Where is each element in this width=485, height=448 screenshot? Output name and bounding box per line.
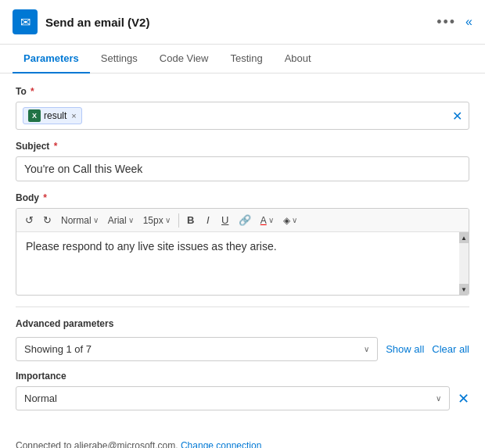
importance-row: Normal ∨ ✕: [16, 386, 469, 410]
showing-dropdown[interactable]: Showing 1 of 7 ∨: [16, 337, 378, 361]
to-label: To *: [16, 86, 469, 97]
to-field: To * X result × ✕: [16, 86, 469, 130]
tab-about[interactable]: About: [274, 45, 322, 73]
link-button[interactable]: 🔗: [235, 212, 255, 228]
bold-button[interactable]: B: [183, 212, 199, 228]
size-chevron-icon: ∨: [165, 216, 171, 224]
body-scrollbar[interactable]: ▲ ▼: [459, 232, 469, 295]
underline-button[interactable]: U: [217, 212, 233, 228]
body-editor: ↺ ↻ Normal ∨ Arial ∨ 15px ∨ B I U 🔗: [16, 208, 469, 296]
redo-button[interactable]: ↻: [39, 212, 56, 228]
highlight-icon: ◈: [283, 215, 290, 226]
to-clear-button[interactable]: ✕: [452, 109, 462, 124]
importance-clear-button[interactable]: ✕: [458, 390, 469, 407]
showing-chevron-icon: ∨: [364, 345, 369, 353]
token-remove-button[interactable]: ×: [71, 111, 76, 120]
section-divider: [16, 306, 469, 307]
header: ✉ Send an email (V2) ••• «: [0, 0, 485, 45]
editor-toolbar: ↺ ↻ Normal ∨ Arial ∨ 15px ∨ B I U 🔗: [16, 209, 469, 232]
highlight-chevron-icon: ∨: [292, 216, 297, 224]
footer: Connected to aljerabe@microsoft.com. Cha…: [0, 432, 485, 448]
tab-parameters[interactable]: Parameters: [13, 45, 90, 73]
more-options-icon[interactable]: •••: [436, 14, 456, 30]
clear-all-button[interactable]: Clear all: [432, 343, 469, 355]
showing-text: Showing 1 of 7: [24, 343, 92, 355]
token-text: result: [44, 110, 66, 121]
body-content[interactable]: Please respond to any live site issues a…: [16, 232, 469, 295]
size-dropdown[interactable]: 15px ∨: [139, 213, 174, 228]
app-icon: ✉: [13, 9, 38, 34]
toolbar-separator-1: [178, 213, 179, 228]
tab-bar: Parameters Settings Code View Testing Ab…: [0, 45, 485, 73]
subject-input[interactable]: [16, 156, 469, 181]
header-title: Send an email (V2): [45, 16, 436, 29]
subject-label: Subject *: [16, 141, 469, 152]
font-chevron-icon: ∨: [128, 216, 134, 224]
importance-dropdown[interactable]: Normal ∨: [16, 386, 450, 410]
advanced-parameters-label: Advanced parameters: [16, 318, 469, 329]
font-color-icon: A: [260, 215, 267, 226]
body-field: Body * ↺ ↻ Normal ∨ Arial ∨ 15px ∨ B: [16, 192, 469, 296]
italic-button[interactable]: I: [200, 212, 216, 228]
font-color-dropdown[interactable]: A ∨: [257, 213, 278, 228]
scroll-up-button[interactable]: ▲: [459, 232, 469, 243]
show-all-button[interactable]: Show all: [386, 343, 424, 355]
tab-code-view[interactable]: Code View: [149, 45, 220, 73]
excel-icon: X: [28, 109, 41, 122]
font-dropdown[interactable]: Arial ∨: [104, 213, 138, 228]
content-area: To * X result × ✕ Subject * Body * ↺: [0, 73, 485, 432]
body-label: Body *: [16, 192, 469, 203]
to-input-container[interactable]: X result × ✕: [16, 102, 469, 130]
connected-text: Connected to aljerabe@microsoft.com.: [16, 440, 178, 448]
scroll-down-button[interactable]: ▼: [459, 284, 469, 295]
to-token: X result ×: [23, 107, 82, 124]
change-connection-link[interactable]: Change connection: [181, 440, 261, 448]
format-chevron-icon: ∨: [93, 216, 99, 224]
importance-chevron-icon: ∨: [436, 394, 441, 403]
collapse-icon[interactable]: «: [465, 15, 472, 29]
advanced-showing-row: Showing 1 of 7 ∨ Show all Clear all: [16, 337, 469, 361]
importance-label: Importance: [16, 371, 469, 382]
subject-field: Subject *: [16, 141, 469, 181]
font-color-chevron-icon: ∨: [268, 216, 274, 224]
undo-button[interactable]: ↺: [21, 212, 38, 228]
importance-field: Importance Normal ∨ ✕: [16, 371, 469, 410]
tab-settings[interactable]: Settings: [90, 45, 149, 73]
importance-value: Normal: [24, 392, 57, 404]
header-actions: ••• «: [436, 14, 472, 30]
highlight-dropdown[interactable]: ◈ ∨: [279, 213, 301, 228]
format-dropdown[interactable]: Normal ∨: [57, 213, 102, 228]
tab-testing[interactable]: Testing: [219, 45, 273, 73]
